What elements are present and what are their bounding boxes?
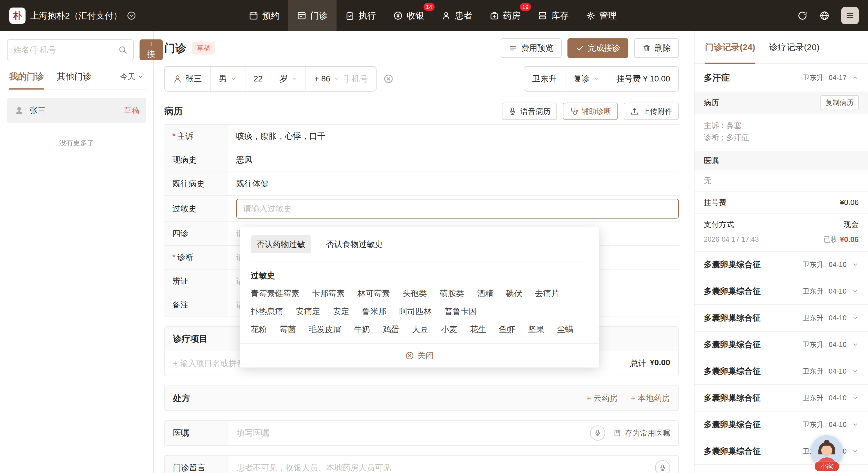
- copy-record-button[interactable]: 复制病历: [820, 95, 859, 110]
- tab-my-outpatient[interactable]: 我的门诊: [9, 71, 44, 82]
- nav-item-outpatient[interactable]: 门诊: [288, 0, 337, 31]
- chevron-down-icon: [593, 76, 600, 82]
- advice-label: 医嘱: [165, 421, 228, 445]
- voice-record-button[interactable]: 语音病历: [502, 103, 557, 120]
- mr-label: 现病史: [164, 148, 228, 172]
- advice-mic-button[interactable]: [590, 426, 605, 441]
- allergy-tag[interactable]: 酒精: [477, 288, 493, 299]
- allergy-tag[interactable]: 林可霉素: [358, 288, 390, 299]
- brand[interactable]: 朴 上海抱朴2（汇付支付）: [9, 0, 154, 31]
- nav-item-inventory[interactable]: 库存: [529, 0, 577, 31]
- add-local-pharmacy-link[interactable]: + 本地药房: [631, 393, 670, 404]
- nav-item-appointments[interactable]: 预约: [240, 0, 288, 31]
- age-field[interactable]: 22: [245, 67, 271, 91]
- phone-field[interactable]: + 86 手机号: [306, 67, 376, 91]
- visit-type-select[interactable]: 复诊: [565, 67, 608, 91]
- allergy-tag[interactable]: 尘螨: [557, 324, 573, 335]
- allergy-tag[interactable]: 牛奶: [354, 324, 370, 335]
- allergy-tag[interactable]: 花生: [470, 324, 486, 335]
- age-unit-select[interactable]: 岁: [271, 67, 306, 91]
- search-icon[interactable]: [118, 45, 127, 55]
- fee-preview-button[interactable]: 费用预览: [501, 38, 562, 58]
- upload-attachment-button[interactable]: 上传附件: [624, 103, 679, 120]
- allergy-tag[interactable]: 卡那霉素: [312, 288, 345, 299]
- record-item[interactable]: 多囊卵巢综合征卫东升04-10: [694, 251, 868, 278]
- patient-name-field[interactable]: 张三: [165, 67, 210, 91]
- allergy-tag[interactable]: 小麦: [441, 324, 457, 335]
- record-item[interactable]: 多囊卵巢综合征卫东升04-10: [694, 384, 868, 411]
- globe-icon[interactable]: [819, 10, 830, 21]
- assist-diagnosis-button[interactable]: 辅助诊断: [563, 103, 618, 120]
- record-item[interactable]: 多囊卵巢综合征卫东升04-10: [694, 278, 868, 304]
- deny-food-allergy-chip[interactable]: 否认食物过敏史: [326, 239, 383, 250]
- mr-value[interactable]: 咳痰，腹胀，心悸，口干: [228, 125, 679, 148]
- advice-input[interactable]: 填写医嘱: [228, 421, 590, 445]
- allergy-tag[interactable]: 安定: [333, 306, 349, 317]
- mr-value[interactable]: 既往体健: [228, 172, 679, 195]
- allergy-tag[interactable]: 坚果: [528, 324, 544, 335]
- allergy-popup-close-button[interactable]: 关闭: [240, 343, 599, 368]
- nav-item-patients[interactable]: 患者: [433, 0, 481, 31]
- nav-item-pharmacy[interactable]: 药房19: [481, 0, 529, 31]
- registration-fee[interactable]: 挂号费 ¥ 10.00: [608, 67, 678, 91]
- allergy-tag-row: 青霉素链霉素卡那霉素林可霉素头孢类磺胺类酒精碘伏去痛片: [251, 288, 588, 299]
- patient-icon: [441, 11, 451, 20]
- allergy-tag[interactable]: 花粉: [251, 324, 267, 335]
- allergy-tag[interactable]: 安痛定: [296, 306, 320, 317]
- chevron-down-icon: [334, 76, 340, 82]
- tab-treatment-records[interactable]: 诊疗记录(20): [769, 31, 819, 63]
- allergy-tag[interactable]: 碘伏: [506, 288, 522, 299]
- allergy-tag[interactable]: 毛发皮屑: [309, 324, 341, 335]
- mic-icon: [594, 429, 601, 437]
- record-item[interactable]: 多囊卵巢综合征卫东升04-10: [694, 331, 868, 358]
- chevron-circle-icon[interactable]: [127, 11, 136, 20]
- allergy-tag[interactable]: 阿司匹林: [399, 306, 432, 317]
- pharmacy-icon: [490, 11, 499, 20]
- refresh-icon[interactable]: [797, 10, 808, 21]
- record-item[interactable]: 多囊卵巢综合征卫东升04-10: [694, 358, 868, 384]
- clear-patient-icon[interactable]: [383, 74, 393, 84]
- patient-search-input[interactable]: [13, 45, 118, 55]
- payment-block: 支付方式 现金 2026-04-17 17:43 已收 ¥0.06: [694, 213, 868, 251]
- nav-item-cashier[interactable]: 收银14: [385, 0, 433, 31]
- close-circle-icon: [405, 351, 414, 360]
- allergy-tag[interactable]: 霉菌: [280, 324, 296, 335]
- add-cloud-pharmacy-link[interactable]: + 云药房: [587, 393, 618, 404]
- nav-item-management[interactable]: 管理: [577, 0, 625, 31]
- record-item[interactable]: 多囊卵巢综合征卫东升04-10: [694, 411, 868, 438]
- doctor-select[interactable]: 卫东升: [524, 67, 565, 91]
- record-item-expanded-header[interactable]: 多汗症 卫东升 04-17: [694, 64, 868, 92]
- save-common-advice-button[interactable]: 存为常用医嘱: [613, 428, 670, 438]
- patient-list-item[interactable]: 张三草稿: [7, 98, 146, 123]
- allergy-tag[interactable]: 鱼虾: [499, 324, 515, 335]
- tab-other-outpatient[interactable]: 其他门诊: [57, 71, 92, 82]
- allergy-tag[interactable]: 普鲁卡因: [444, 306, 477, 317]
- allergy-history-input[interactable]: 请输入过敏史: [236, 199, 679, 218]
- delete-button[interactable]: 删除: [634, 38, 679, 58]
- mr-value[interactable]: 恶风: [228, 148, 679, 172]
- nav-item-execute[interactable]: 执行: [337, 0, 385, 31]
- prescription-section: 处方 + 云药房 + 本地药房: [164, 385, 679, 411]
- visit-message-input[interactable]: 患者不可见，收银人员、本地药房人员可见: [228, 455, 655, 473]
- allergy-tag[interactable]: 鲁米那: [362, 306, 386, 317]
- allergy-tag[interactable]: 扑热息痛: [251, 306, 283, 317]
- date-filter[interactable]: 今天: [120, 72, 144, 82]
- message-mic-button[interactable]: [655, 460, 670, 473]
- gender-select[interactable]: 男: [210, 67, 245, 91]
- menu-icon: [845, 11, 855, 20]
- allergy-tag[interactable]: 头孢类: [403, 288, 427, 299]
- mr-row-allergy-history: 过敏史请输入过敏史: [164, 196, 679, 222]
- allergy-tag[interactable]: 鸡蛋: [383, 324, 399, 335]
- tab-outpatient-records[interactable]: 门诊记录(24): [705, 31, 755, 63]
- allergy-tag[interactable]: 青霉素链霉素: [251, 288, 300, 299]
- record-item[interactable]: 多囊卵巢综合征卫东升04-10: [694, 304, 868, 331]
- allergy-tag[interactable]: 去痛片: [535, 288, 559, 299]
- assistant-widget: 小家: [811, 435, 842, 472]
- advice-value: 无: [694, 170, 868, 191]
- allergy-tag[interactable]: 磺胺类: [440, 288, 464, 299]
- hamburger-menu-button[interactable]: [841, 7, 859, 24]
- deny-drug-allergy-chip[interactable]: 否认药物过敏: [251, 235, 311, 253]
- chevron-down-icon: [852, 341, 859, 348]
- allergy-tag[interactable]: 大豆: [412, 324, 428, 335]
- finish-visit-button[interactable]: 完成接诊: [567, 38, 628, 58]
